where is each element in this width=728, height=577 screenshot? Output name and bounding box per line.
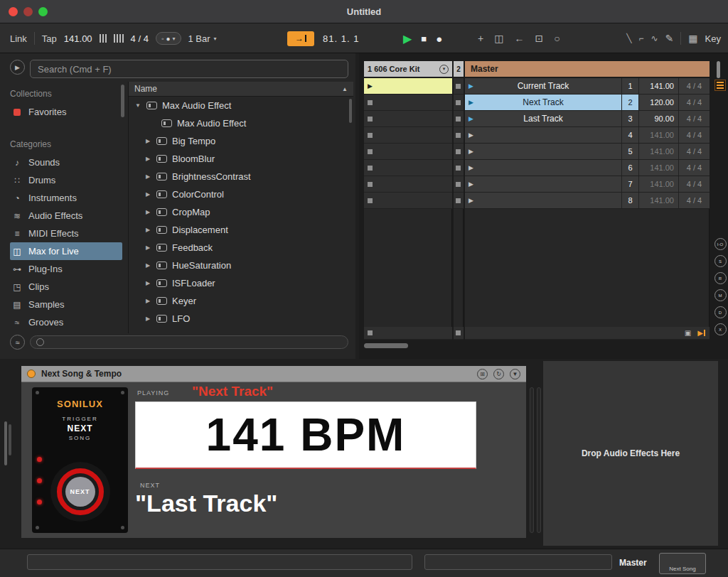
clip-stop-slot[interactable]	[364, 193, 452, 209]
scene-tempo[interactable]: 141.00	[638, 127, 678, 143]
scene-name[interactable]: ▶	[465, 127, 621, 143]
scene-play-icon[interactable]: ▶	[469, 115, 473, 122]
scene-row[interactable]: ▶ 5 141.00 4 / 4	[465, 144, 710, 160]
sidebar-item-samples[interactable]: ▤Samples	[10, 296, 122, 313]
tap-tempo-button[interactable]: Tap	[42, 33, 57, 44]
scene-name[interactable]: ▶	[465, 176, 621, 192]
tempo-field[interactable]: 141.00	[64, 33, 92, 44]
toggle-io[interactable]: I-O	[714, 238, 727, 250]
scene-row[interactable]: ▶ 7 141.00 4 / 4	[465, 176, 710, 193]
scene-play-icon[interactable]: ▶	[469, 131, 473, 139]
map-mode-icon[interactable]: ⊞	[477, 369, 488, 379]
sidebar-scrollbar[interactable]	[121, 85, 124, 117]
device-chip[interactable]: Next Song	[659, 553, 706, 574]
zoom-button[interactable]	[38, 7, 48, 16]
scene-row[interactable]: ▶Last Track 3 90.00 4 / 4	[465, 111, 710, 127]
automation-line-icon[interactable]: ╲	[626, 33, 631, 43]
link-toggle[interactable]: Link	[10, 33, 27, 44]
list-item[interactable]: Max Audio Effect	[129, 114, 353, 132]
sidebar-item-sounds[interactable]: ♪Sounds	[10, 153, 122, 171]
device-view-scrollbar-secondary[interactable]	[9, 424, 11, 455]
sidebar-item-max-for-live[interactable]: ◫Max for Live	[10, 242, 122, 260]
scene-row[interactable]: ▶ 8 141.00 4 / 4	[465, 193, 710, 209]
follow-button[interactable]: →	[287, 31, 314, 46]
toggle-sends[interactable]: S	[714, 255, 727, 267]
device-view-scrollbar[interactable]	[4, 421, 7, 465]
tree-closed-icon[interactable]: ▶	[144, 298, 151, 304]
clip-stop-slot[interactable]	[454, 176, 464, 193]
stop-all-clips-button[interactable]: ▣	[685, 329, 691, 337]
time-signature-field[interactable]: 4 / 4	[131, 33, 149, 44]
list-item[interactable]: ▶LFO	[129, 310, 353, 328]
clip-stop-slot[interactable]	[454, 95, 464, 111]
list-item[interactable]: ▶Keyer	[129, 292, 353, 310]
clip-play-icon[interactable]: ▶	[368, 82, 373, 90]
device-activator-toggle[interactable]	[27, 370, 36, 378]
list-item[interactable]: ▶HueSaturation	[129, 257, 353, 274]
sidebar-item-midi-effects[interactable]: ≡MIDI Effects	[10, 225, 122, 242]
scene-time-signature[interactable]: 4 / 4	[678, 193, 710, 208]
list-item[interactable]: ▶Displacement	[129, 221, 353, 239]
clip-slot-playing[interactable]: ▶	[364, 78, 452, 95]
clip-stop-slot[interactable]	[454, 111, 464, 127]
scene-tempo[interactable]: 141.00	[638, 144, 678, 159]
list-item[interactable]: ▶BloomBlur	[129, 150, 353, 168]
new-plus-icon[interactable]: +	[478, 33, 483, 44]
tree-closed-icon[interactable]: ▶	[144, 138, 151, 144]
toggle-mixer[interactable]: M	[714, 289, 727, 301]
scene-play-icon[interactable]: ▶	[469, 148, 473, 155]
scene-tempo[interactable]: 141.00	[638, 193, 678, 208]
nudge-up-icon[interactable]	[114, 33, 124, 43]
toggle-delay[interactable]: D	[714, 306, 727, 318]
list-item[interactable]: ▶BrightnessContrast	[129, 168, 353, 185]
arrangement-overview-icon[interactable]	[714, 80, 726, 91]
stop-all-track-slot[interactable]	[454, 327, 464, 340]
scene-play-icon[interactable]: ▶	[469, 82, 473, 90]
computer-midi-keyboard-icon[interactable]: ▦	[688, 33, 697, 44]
nudge-down-icon[interactable]	[100, 33, 107, 43]
sidebar-item-grooves[interactable]: ≈Grooves	[10, 313, 122, 331]
back-to-arrangement-button[interactable]: ▶	[697, 329, 705, 337]
close-button[interactable]	[9, 7, 18, 16]
scene-time-signature[interactable]: 4 / 4	[678, 78, 710, 94]
clip-stop-slot[interactable]	[454, 160, 464, 176]
scene-tempo[interactable]: 141.00	[638, 160, 678, 176]
tree-closed-icon[interactable]: ▶	[144, 209, 151, 215]
drop-audio-effects-zone[interactable]: Drop Audio Effects Here	[543, 361, 718, 546]
preview-bar[interactable]	[30, 335, 348, 349]
scene-row-selected[interactable]: ▶Next Track 2 120.00 4 / 4	[465, 95, 710, 111]
play-button[interactable]: ▶	[403, 32, 412, 45]
tree-closed-icon[interactable]: ▶	[144, 227, 151, 233]
master-track-header[interactable]: Master	[465, 61, 710, 77]
scene-play-icon[interactable]: ▶	[469, 197, 473, 204]
search-input[interactable]	[30, 60, 348, 78]
scene-time-signature[interactable]: 4 / 4	[678, 144, 710, 159]
preview-toggle-icon[interactable]: ≈	[10, 335, 25, 350]
record-button[interactable]: ●	[436, 33, 442, 45]
scene-time-signature[interactable]: 4 / 4	[678, 176, 710, 192]
back-to-arrangement-icon[interactable]: ←	[514, 33, 524, 44]
clip-stop-slot[interactable]	[454, 193, 464, 209]
scene-tempo[interactable]: 141.00	[638, 78, 678, 94]
tree-closed-icon[interactable]: ▶	[144, 173, 151, 180]
capture-midi-icon[interactable]: ⊡	[535, 33, 543, 44]
clip-stop-slot[interactable]	[454, 127, 464, 144]
list-item[interactable]: ▶ColorControl	[129, 185, 353, 203]
clip-stop-slot[interactable]	[364, 95, 452, 111]
hot-swap-icon[interactable]: ↻	[493, 369, 504, 379]
next-song-button[interactable]: NEXT	[50, 462, 110, 522]
tree-closed-icon[interactable]: ▶	[144, 244, 151, 251]
clip-stop-slot[interactable]	[454, 78, 464, 95]
sidebar-item-favorites[interactable]: Favorites	[10, 103, 122, 121]
draw-mode-icon[interactable]: ✎	[665, 33, 674, 44]
scene-time-signature[interactable]: 4 / 4	[678, 111, 710, 126]
tree-closed-icon[interactable]: ▶	[144, 262, 151, 269]
metronome-menu[interactable]: ◦ ● ▾	[156, 32, 181, 45]
stop-button[interactable]: ■	[421, 33, 427, 44]
chevron-down-icon[interactable]: ▾	[439, 65, 449, 74]
scene-name[interactable]: ▶	[465, 144, 621, 159]
tree-closed-icon[interactable]: ▶	[144, 191, 151, 198]
scene-play-icon[interactable]: ▶	[469, 164, 473, 171]
clip-stop-slot[interactable]	[364, 111, 452, 127]
tree-closed-icon[interactable]: ▶	[144, 156, 151, 162]
